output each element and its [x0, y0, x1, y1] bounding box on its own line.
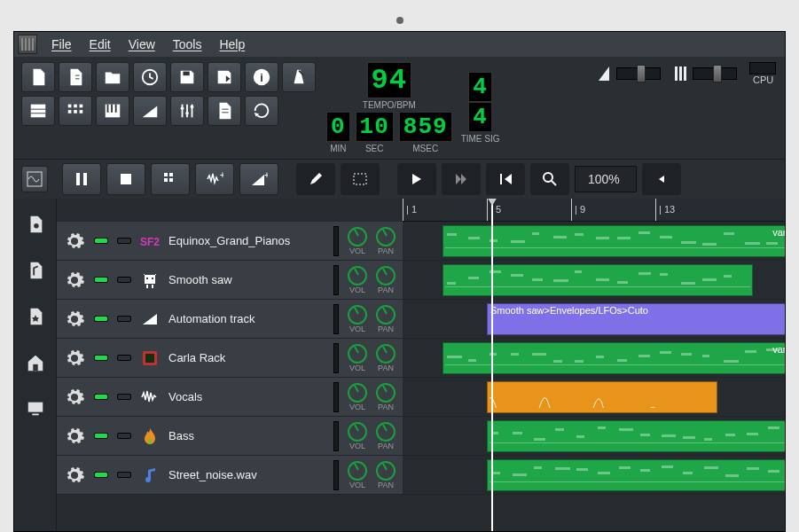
- new-template-button[interactable]: [59, 62, 92, 92]
- clip[interactable]: [487, 381, 717, 413]
- stop-button[interactable]: [106, 163, 145, 195]
- bb-editor-button[interactable]: [59, 96, 92, 126]
- volume-knob[interactable]: [348, 266, 367, 286]
- add-automation-button[interactable]: +: [239, 163, 278, 195]
- menu-help[interactable]: Help: [210, 34, 254, 55]
- menu-edit[interactable]: Edit: [81, 34, 120, 55]
- timesig-top[interactable]: 4: [468, 72, 492, 102]
- pan-knob[interactable]: [376, 461, 396, 481]
- pan-knob[interactable]: [376, 422, 396, 442]
- clip[interactable]: Smooth saw>Envelopes/LFOs>Cuto: [487, 303, 785, 335]
- mute-led[interactable]: [94, 238, 108, 244]
- save-button[interactable]: [170, 62, 204, 92]
- clip-area[interactable]: [403, 417, 785, 455]
- clip[interactable]: varia: [443, 342, 785, 374]
- track-name-label[interactable]: Smooth saw: [168, 273, 325, 286]
- sec-display[interactable]: 10: [356, 112, 394, 142]
- computer-icon[interactable]: [26, 399, 45, 419]
- pan-knob[interactable]: [376, 266, 396, 286]
- gear-icon[interactable]: [64, 465, 85, 486]
- track-name-label[interactable]: Vocals: [168, 390, 325, 403]
- clip[interactable]: [487, 420, 785, 452]
- volume-knob[interactable]: [348, 305, 367, 325]
- new-file-button[interactable]: [21, 62, 55, 92]
- solo-led[interactable]: [117, 238, 131, 244]
- volume-knob[interactable]: [348, 383, 367, 403]
- clip[interactable]: [487, 459, 785, 491]
- menu-tools[interactable]: Tools: [164, 34, 211, 55]
- edit-mode-button[interactable]: [296, 163, 335, 195]
- clip-area[interactable]: [403, 261, 785, 299]
- clip-area[interactable]: varia: [403, 339, 785, 377]
- master-volume-slider[interactable]: [597, 65, 661, 82]
- gear-icon[interactable]: [64, 387, 85, 408]
- info-button[interactable]: i: [245, 62, 278, 92]
- oscilloscope-button[interactable]: [21, 166, 48, 192]
- mute-led[interactable]: [94, 472, 108, 478]
- undo-button[interactable]: [245, 96, 278, 126]
- clip-area[interactable]: [403, 378, 785, 416]
- solo-led[interactable]: [117, 316, 131, 322]
- instruments-icon[interactable]: [26, 215, 45, 234]
- mute-led[interactable]: [94, 355, 108, 361]
- track-name-label[interactable]: Equinox_Grand_Pianos: [168, 234, 325, 247]
- zoom-input[interactable]: 100%: [575, 166, 637, 192]
- track-name-label[interactable]: Bass: [168, 429, 325, 442]
- mixer-button[interactable]: [170, 96, 204, 126]
- volume-knob[interactable]: [348, 227, 367, 246]
- notes-button[interactable]: [208, 96, 241, 126]
- clip-area[interactable]: varia: [403, 222, 785, 260]
- mute-led[interactable]: [94, 277, 108, 283]
- msec-display[interactable]: 859: [399, 112, 452, 142]
- track-name-label[interactable]: Carla Rack: [168, 351, 325, 364]
- recent-button[interactable]: [133, 62, 167, 92]
- clip[interactable]: varia: [443, 225, 785, 257]
- solo-led[interactable]: [117, 433, 131, 439]
- menu-file[interactable]: File: [43, 34, 81, 55]
- clip-area[interactable]: Smooth saw>Envelopes/LFOs>Cuto: [403, 300, 785, 338]
- clip-area[interactable]: [403, 456, 785, 494]
- volume-knob[interactable]: [348, 344, 367, 364]
- zoom-button[interactable]: [530, 163, 569, 195]
- timeline-ruler[interactable]: | 1| 5| 9| 13: [403, 199, 785, 222]
- track-name-label[interactable]: Automation track: [168, 312, 325, 325]
- solo-led[interactable]: [117, 355, 131, 361]
- gear-icon[interactable]: [64, 231, 85, 252]
- mute-led[interactable]: [94, 394, 108, 400]
- pan-knob[interactable]: [376, 305, 396, 325]
- pan-knob[interactable]: [376, 383, 396, 403]
- gear-icon[interactable]: [64, 309, 85, 330]
- home-icon[interactable]: [26, 353, 45, 372]
- menu-view[interactable]: View: [120, 34, 164, 55]
- song-editor-button[interactable]: [21, 96, 55, 126]
- track-name-label[interactable]: Street_noise.wav: [168, 468, 325, 481]
- piano-roll-button[interactable]: [96, 96, 129, 126]
- next-button[interactable]: [397, 163, 436, 195]
- tempo-display[interactable]: 94: [367, 62, 411, 98]
- pause-button[interactable]: [62, 163, 101, 195]
- samples-icon[interactable]: [26, 261, 45, 280]
- rewind-button[interactable]: [486, 163, 525, 195]
- playhead[interactable]: [491, 199, 493, 532]
- volume-knob[interactable]: [348, 461, 367, 481]
- presets-icon[interactable]: [26, 307, 45, 326]
- gear-icon[interactable]: [64, 270, 85, 291]
- pan-knob[interactable]: [376, 344, 396, 364]
- gear-icon[interactable]: [64, 426, 85, 447]
- gear-icon[interactable]: [64, 348, 85, 369]
- open-button[interactable]: [96, 62, 129, 92]
- clip[interactable]: [443, 264, 753, 296]
- volume-knob[interactable]: [348, 422, 367, 442]
- mute-led[interactable]: [94, 433, 108, 439]
- solo-led[interactable]: [117, 472, 131, 478]
- automation-button[interactable]: [133, 96, 167, 126]
- add-sample-button[interactable]: +: [195, 163, 234, 195]
- mute-led[interactable]: [94, 316, 108, 322]
- solo-led[interactable]: [117, 277, 131, 283]
- skip-button[interactable]: [442, 163, 481, 195]
- select-mode-button[interactable]: [341, 163, 380, 195]
- min-display[interactable]: 0: [326, 112, 350, 142]
- zoom-dropdown[interactable]: [642, 163, 681, 195]
- record-pattern-button[interactable]: [151, 163, 190, 195]
- metronome-button[interactable]: [282, 62, 316, 92]
